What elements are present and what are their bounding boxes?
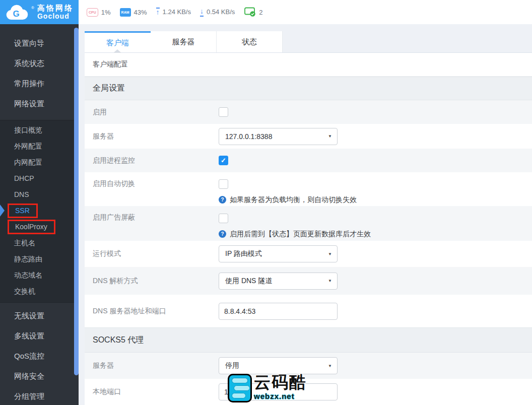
form-row-socks5-server: 服务器 停用 ▼ [85, 353, 532, 379]
top-bar: G ® 高恪网络 Gocloud CPU 1% RAM 43% ↑ 1.24 K… [0, 0, 532, 24]
adblock-checkbox[interactable] [219, 214, 228, 223]
chevron-down-icon: ▼ [328, 252, 332, 256]
help-text: 启用后需到【状态】页面更新数据库后才生效 [230, 230, 371, 239]
watermark-domain: webzx.net [254, 392, 307, 400]
run-mode-select-value: IP 路由模式 [225, 249, 262, 258]
server-select-value: 127.0.0.1:8388 [225, 132, 272, 141]
download-stat: ↓ 0.54 KB/s [200, 8, 235, 16]
field-label: 启用 [85, 100, 219, 124]
form-row-local-port: 本地端口 [85, 379, 532, 405]
help-line: ? 如果服务器为负载均衡，则自动切换失效 [219, 194, 357, 206]
socks5-server-select[interactable]: 停用 ▼ [219, 357, 338, 374]
help-question-icon: ? [219, 196, 226, 204]
upload-value: 1.24 KB/s [163, 8, 191, 16]
sidebar-group-top: 设置向导 系统状态 常用操作 网络设置 [0, 24, 79, 120]
panel-heading: 客户端配置 [85, 53, 532, 77]
sidebar-item-wan-config[interactable]: 外网配置 [0, 138, 79, 154]
active-item-arrow-icon [0, 205, 5, 217]
sidebar-item-network-settings[interactable]: 网络设置 [0, 94, 79, 114]
form-row-server: 服务器 127.0.0.1:8388 ▼ [85, 124, 532, 149]
sidebar-item-ssr-label: SSR [15, 202, 30, 219]
sidebar-item-switch[interactable]: 交换机 [0, 283, 79, 299]
form-row-dns-server: DNS 服务器地址和端口 [85, 295, 532, 327]
help-line: ? 启用后需到【状态】页面更新数据库后才生效 [219, 228, 371, 240]
tab-server[interactable]: 服务器 [151, 31, 217, 53]
process-monitor-checkbox[interactable]: ✓ [219, 156, 228, 165]
chevron-down-icon: ▼ [328, 279, 332, 283]
system-stats-bar: CPU 1% RAM 43% ↑ 1.24 KB/s ↓ 0.54 KB/s [79, 0, 263, 24]
upload-arrow-icon: ↑ [156, 8, 160, 16]
sidebar-item-dhcp[interactable]: DHCP [0, 170, 79, 186]
cpu-icon: CPU [87, 8, 98, 17]
sidebar-group-bottom: 无线设置 多线设置 QoS流控 网络安全 分组管理 [0, 303, 79, 405]
help-question-icon: ? [219, 230, 226, 238]
form-row-enable: 启用 [85, 100, 532, 124]
sidebar-item-interface-overview[interactable]: 接口概览 [0, 122, 79, 138]
sidebar-item-multiline-settings[interactable]: 多线设置 [0, 326, 79, 346]
sidebar-item-koolproxy-label: KoolProxy [15, 219, 47, 235]
enable-checkbox[interactable] [219, 107, 228, 117]
koolproxy-annotation-box: KoolProxy [8, 220, 55, 234]
field-label: 启用自动切换 [85, 172, 219, 195]
sidebar-item-lan-config[interactable]: 内网配置 [0, 154, 79, 170]
active-tab-caret-icon [113, 49, 121, 53]
section-header-global: 全局设置 [85, 77, 532, 100]
field-label: 启用广告屏蔽 [85, 206, 219, 229]
brand-name-en: Gocloud [37, 13, 74, 20]
field-label: 运行模式 [85, 241, 219, 267]
watermark-logo-icon [228, 374, 252, 402]
sidebar-item-koolproxy[interactable]: KoolProxy [0, 219, 79, 235]
brand-name: 高恪网络 Gocloud [37, 4, 74, 20]
sidebar-item-ssr[interactable]: SSR [0, 202, 79, 219]
watermark: 云码酷 webzx.net [228, 374, 307, 402]
sidebar-nav: 设置向导 系统状态 常用操作 网络设置 接口概览 外网配置 内网配置 DHCP … [0, 24, 79, 405]
sidebar-item-ddns[interactable]: 动态域名 [0, 267, 79, 283]
tab-status[interactable]: 状态 [217, 31, 283, 53]
field-label: DNS 服务器地址和端口 [85, 295, 219, 327]
sidebar-item-network-security[interactable]: 网络安全 [0, 366, 79, 386]
watermark-text: 云码酷 webzx.net [254, 374, 307, 400]
form-row-adblock: 启用广告屏蔽 ? 启用后需到【状态】页面更新数据库后才生效 [85, 206, 532, 241]
svg-text:G: G [13, 9, 19, 19]
field-label: 本地端口 [85, 379, 219, 405]
ssr-annotation-box: SSR [8, 204, 38, 218]
sidebar-item-dns[interactable]: DNS [0, 186, 79, 202]
field-label: DNS 解析方式 [85, 267, 219, 295]
auto-switch-checkbox[interactable] [219, 179, 228, 189]
brand-logo[interactable]: G ® 高恪网络 Gocloud [0, 0, 79, 24]
sidebar-item-setup-wizard[interactable]: 设置向导 [0, 33, 79, 53]
socks5-server-select-value: 停用 [225, 361, 239, 370]
chevron-down-icon: ▼ [328, 364, 332, 368]
sidebar-item-hostname[interactable]: 主机名 [0, 235, 79, 251]
form-row-dns-mode: DNS 解析方式 使用 DNS 隧道 ▼ [85, 267, 532, 295]
brand-name-cn: 高恪网络 [37, 4, 74, 13]
cpu-value: 1% [101, 9, 111, 16]
dns-server-input[interactable] [219, 303, 338, 320]
main-content: 客户端 服务器 状态 客户端配置 全局设置 启用 服务器 127.0.0.1:8… [79, 24, 532, 405]
help-text: 如果服务器为负载均衡，则自动切换失效 [230, 195, 357, 205]
sidebar-item-common-operations[interactable]: 常用操作 [0, 74, 79, 94]
sidebar-item-system-status[interactable]: 系统状态 [0, 53, 79, 74]
router-admin-app: G ® 高恪网络 Gocloud CPU 1% RAM 43% ↑ 1.24 K… [0, 0, 532, 405]
clients-count: 2 [259, 9, 262, 16]
section-header-socks5: SOCKS5 代理 [85, 327, 532, 353]
upload-stat: ↑ 1.24 KB/s [156, 8, 191, 16]
download-value: 0.54 KB/s [207, 8, 235, 16]
cloud-logo-icon: G [5, 4, 28, 21]
clients-stat: 2 [244, 7, 262, 17]
sidebar-item-qos[interactable]: QoS流控 [0, 346, 79, 366]
cpu-stat: CPU 1% [87, 8, 111, 17]
sidebar-scrollbar-thumb[interactable] [74, 28, 79, 375]
server-select[interactable]: 127.0.0.1:8388 ▼ [219, 128, 338, 145]
sidebar-item-wireless-settings[interactable]: 无线设置 [0, 306, 79, 326]
sidebar-item-static-route[interactable]: 静态路由 [0, 251, 79, 267]
sidebar-item-group-management[interactable]: 分组管理 [0, 386, 79, 405]
sidebar-group-network-sub: 接口概览 外网配置 内网配置 DHCP DNS SSR KoolProxy 主机… [0, 120, 79, 303]
field-label: 服务器 [85, 353, 219, 379]
field-label: 启用进程监控 [85, 149, 219, 172]
form-row-process-monitor: 启用进程监控 ✓ [85, 149, 532, 172]
run-mode-select[interactable]: IP 路由模式 ▼ [219, 245, 338, 262]
form-row-run-mode: 运行模式 IP 路由模式 ▼ [85, 241, 532, 267]
dns-mode-select[interactable]: 使用 DNS 隧道 ▼ [219, 273, 338, 290]
field-label: 服务器 [85, 124, 219, 149]
